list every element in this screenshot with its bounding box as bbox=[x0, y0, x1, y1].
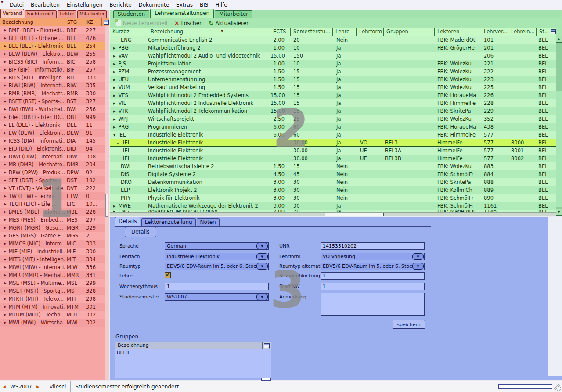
chevron-down-icon[interactable] bbox=[256, 253, 268, 260]
expand-arrow-icon[interactable]: ▶ bbox=[4, 131, 6, 135]
studiengang-row[interactable]: ▶BEL (BEL) - Elektronik BEL 254 bbox=[0, 42, 105, 50]
expand-arrow-icon[interactable]: ▶ bbox=[4, 297, 6, 301]
studiengang-row[interactable]: ▶MES (MES) - Embed... MES 297 bbox=[0, 216, 105, 224]
column-header-bezeichnung[interactable]: Bezeichnung bbox=[148, 28, 270, 36]
course-row[interactable]: PBG Mitarbeiterführung 2 1.00 10 Ja FBK:… bbox=[110, 44, 556, 52]
expand-arrow-icon[interactable]: ▶ bbox=[4, 36, 6, 40]
expand-arrow-icon[interactable]: ▶ bbox=[4, 60, 6, 64]
expand-arrow-icon[interactable]: ▶ bbox=[4, 273, 6, 277]
course-row[interactable]: VIE Wahlpflichtmodul 2 Industrielle Elek… bbox=[110, 99, 556, 107]
raumtyp-alternativ-select[interactable]: EDV5/6 EDV-Raum im 5. oder 6. Stock bbox=[321, 263, 425, 270]
course-row[interactable]: VUM Verkauf und Marketing 1.50 15 Ja FBK… bbox=[110, 83, 556, 91]
expand-arrow-icon[interactable]: ▶ bbox=[4, 187, 6, 190]
column-header-bezeichnung[interactable]: Bezeichnung bbox=[0, 18, 65, 26]
expand-arrow-icon[interactable]: ▶ bbox=[4, 115, 6, 119]
anmerkung-textarea[interactable] bbox=[321, 293, 425, 316]
raumtyp-select[interactable]: EDV5/6 EDV-Raum im 5. oder 6. Stock bbox=[165, 263, 269, 270]
chevron-down-icon[interactable] bbox=[256, 263, 268, 270]
course-row[interactable]: PZM Prozessmanagement 1.50 15 Ja FBK: Wo… bbox=[110, 68, 556, 76]
tree-toggle-icon[interactable] bbox=[110, 67, 118, 76]
course-row[interactable]: WPJ Wirtschaftsprojekt 2.50 25 Ja FBK: W… bbox=[110, 115, 556, 123]
tree-toggle-icon[interactable] bbox=[110, 115, 118, 123]
expand-arrow-icon[interactable]: ▶ bbox=[4, 108, 6, 111]
menu-item[interactable]: Berichte bbox=[106, 2, 135, 8]
expand-arrow-icon[interactable]: ▶ bbox=[4, 171, 6, 174]
expand-arrow-icon[interactable]: ▶ bbox=[4, 250, 6, 253]
course-row[interactable]: BWL Betriebswirtschaftslehre 2 1.50 15 N… bbox=[110, 162, 556, 170]
column-header-kz[interactable]: KZ bbox=[84, 18, 102, 26]
menu-item[interactable]: Hilfe bbox=[212, 2, 231, 8]
studiengang-row[interactable]: ▶SET (DST) - Sports-... DST 182 bbox=[0, 176, 105, 184]
studiengang-row[interactable]: ▶GES (MGS) - Game E... MGS 2 bbox=[0, 232, 105, 240]
tree-toggle-icon[interactable] bbox=[117, 139, 121, 144]
column-chooser-icon[interactable] bbox=[104, 20, 109, 25]
expand-arrow-icon[interactable]: ▶ bbox=[4, 242, 6, 245]
tree-toggle-icon[interactable] bbox=[110, 83, 118, 92]
details-tab[interactable]: Details bbox=[115, 217, 140, 226]
studiengang-row[interactable]: ▶MTKIT (MTI) - Teleko... MTI 298 bbox=[0, 295, 105, 303]
column-header-lektoren[interactable]: Lektoren bbox=[435, 28, 481, 36]
semester-prev-button[interactable]: ◀ bbox=[0, 385, 8, 389]
studiengang-row[interactable]: ▶MGRT (MGR) - Gesu... MGR 329 bbox=[0, 224, 105, 232]
studiengang-row[interactable]: ▶BICSS (BIC) - Inform... BIC 258 bbox=[0, 58, 105, 66]
sidebar-scrollbar[interactable] bbox=[105, 26, 109, 380]
studiengang-row[interactable]: ▶MTM (MTM) - Innovati... MTM 301 bbox=[0, 303, 105, 311]
expand-arrow-icon[interactable]: ▶ bbox=[4, 52, 6, 56]
course-row[interactable]: MWE Mathematische Werkzeuge der Elektron… bbox=[110, 202, 556, 210]
tree-toggle-icon[interactable] bbox=[110, 59, 118, 68]
lehrform-select[interactable]: VO Vorlesung bbox=[321, 253, 425, 260]
tree-toggle-icon[interactable] bbox=[110, 51, 118, 60]
tree-toggle-icon[interactable] bbox=[110, 201, 118, 210]
column-header-lehrein[interactable]: Lehrein... bbox=[508, 28, 537, 36]
studiengang-row[interactable]: ▶TECH (LTC) - Life ... LTC 10... bbox=[0, 200, 105, 208]
semester-next-button[interactable]: ▶ bbox=[34, 385, 42, 389]
expand-arrow-icon[interactable]: ▶ bbox=[4, 163, 6, 166]
studiengang-row[interactable]: ▶BIWI (BIW) - Internati... BIW 335 bbox=[0, 82, 105, 90]
expand-arrow-icon[interactable]: ▶ bbox=[4, 29, 6, 32]
menu-item[interactable]: Bearbeiten bbox=[27, 2, 63, 8]
studiengang-row[interactable]: ▶BWI (BWI) - Wirtschaf... BWI 256 bbox=[0, 105, 105, 113]
expand-arrow-icon[interactable]: ▶ bbox=[4, 68, 6, 72]
expand-arrow-icon[interactable]: ▶ bbox=[4, 44, 6, 48]
tree-toggle-icon[interactable] bbox=[110, 99, 118, 108]
studiengang-row[interactable]: ▶BMR (BMR) - Mechatr... BMR 330 bbox=[0, 90, 105, 97]
aktualisieren-button[interactable]: ↻ Aktualisieren bbox=[209, 20, 250, 26]
expand-arrow-icon[interactable]: ▶ bbox=[4, 313, 6, 316]
column-header-ects[interactable]: ECTS bbox=[270, 28, 291, 36]
expand-arrow-icon[interactable]: ▶ bbox=[4, 266, 6, 269]
studiengang-row[interactable]: ▶MSE (MSE) - Multime... MSE 299 bbox=[0, 279, 105, 287]
studiengang-row[interactable]: ▶ICSS (DIA) - Informati... DIA 145 bbox=[0, 137, 105, 145]
scroll-up-icon[interactable]: ▲ bbox=[556, 36, 562, 43]
studiengang-row[interactable]: ▶MTUM (MUT) - Techni... MUT 332 bbox=[0, 311, 105, 319]
course-row[interactable]: PJS Projektsimulation 1.00 10 Ja FBK: Wo… bbox=[110, 60, 556, 68]
expand-arrow-icon[interactable]: ▶ bbox=[4, 194, 6, 198]
course-row[interactable]: VTK Wahlpflichtmodul 2 Telekommunikation… bbox=[110, 107, 556, 115]
course-row[interactable]: DIS Digitale Systeme 2 4.50 45 Nein FBK:… bbox=[110, 170, 556, 178]
expand-arrow-icon[interactable]: ▶ bbox=[4, 84, 6, 87]
expand-arrow-icon[interactable]: ▶ bbox=[4, 321, 6, 324]
studiengang-row[interactable]: ▶MR (DMR) - Mechatro... DMR 204 bbox=[0, 161, 105, 169]
speichern-button[interactable]: speichern bbox=[393, 320, 425, 329]
details-tab[interactable]: Noten bbox=[197, 218, 220, 226]
expand-arrow-icon[interactable]: ▶ bbox=[4, 258, 6, 261]
resize-grip-icon[interactable] bbox=[554, 384, 561, 391]
studiengang-row[interactable]: ▶BSET (BST) - Sports-... BST 327 bbox=[0, 97, 105, 105]
lehrfach-select[interactable]: Industrielle Elektronik bbox=[165, 253, 269, 260]
column-header-lehre[interactable]: Lehre bbox=[333, 28, 357, 36]
course-row[interactable]: PHY Physik für Elektronik 3.00 30 Nein F… bbox=[110, 194, 556, 202]
chevron-down-icon[interactable] bbox=[412, 263, 424, 270]
course-row[interactable]: UFU Unternehmensführung 1.50 15 Ja FBK: … bbox=[110, 76, 556, 83]
sidebar-tab[interactable]: Lektor bbox=[58, 10, 76, 18]
studiengang-row[interactable]: ▶BITS (BIT) - Intelligen... BIT 333 bbox=[0, 74, 105, 82]
studiengang-row[interactable]: ▶BMES (MBE) - Biome... MBE 228 bbox=[0, 208, 105, 216]
studiengang-row[interactable]: ▶MMR (MMR) - Mechat... MMR 331 bbox=[0, 271, 105, 279]
expand-arrow-icon[interactable]: ▶ bbox=[4, 202, 6, 206]
neue-lehreinheit-button[interactable]: Neue Lehreinheit bbox=[116, 20, 168, 26]
studiengang-row[interactable]: ▶MWI (MWI) - Wirtscha... MWI 302 bbox=[0, 319, 105, 327]
studiengang-row[interactable]: ▶BEE (BEE) - Urbane ... BEE 476 bbox=[0, 34, 105, 42]
vertical-scrollbar[interactable]: ▲ ▼ bbox=[556, 36, 562, 216]
tree-toggle-icon[interactable] bbox=[117, 147, 121, 151]
column-header-semesterstunden[interactable]: Semesterstu... bbox=[291, 28, 333, 36]
tree-toggle-icon[interactable] bbox=[117, 155, 121, 159]
studiengang-row[interactable]: ▶MIWI (MIW) - Internati... MIW 336 bbox=[0, 263, 105, 271]
